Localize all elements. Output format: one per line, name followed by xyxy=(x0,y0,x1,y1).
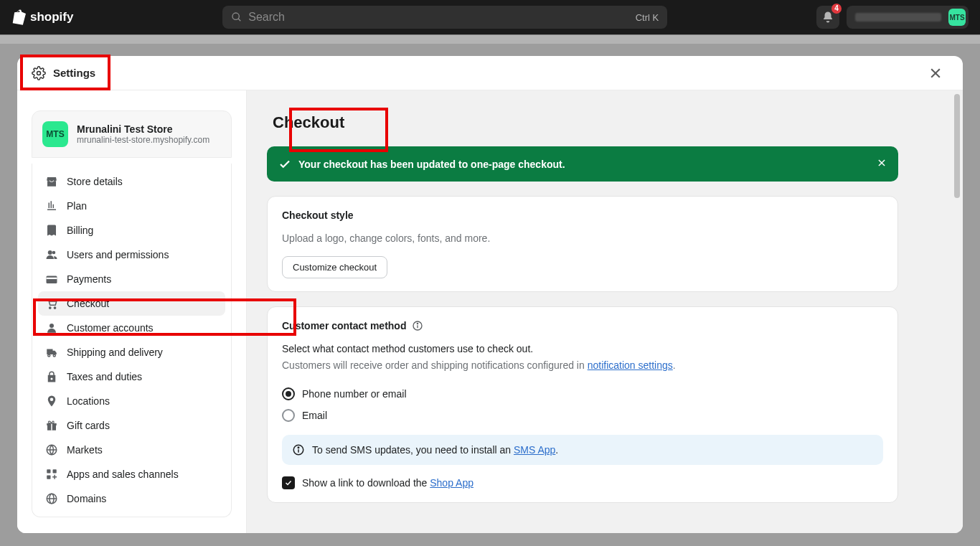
nav-label: Checkout xyxy=(67,298,109,309)
store-name: Mrunalini Test Store xyxy=(77,123,221,135)
success-banner: Your checkout has been updated to one-pa… xyxy=(267,146,898,182)
nav-label: Gift cards xyxy=(67,420,110,431)
scrollbar-thumb[interactable] xyxy=(954,94,960,198)
gift-icon xyxy=(45,419,58,432)
modal-header-left: Settings xyxy=(26,63,101,83)
shopify-logo[interactable]: shopify xyxy=(11,9,73,25)
brand-text: shopify xyxy=(30,10,73,24)
nav-domains[interactable]: Domains xyxy=(38,486,225,511)
nav-customer-accounts[interactable]: Customer accounts xyxy=(38,316,225,340)
radio-label: Phone number or email xyxy=(302,388,407,400)
store-avatar: MTS xyxy=(42,121,68,147)
svg-point-12 xyxy=(53,354,55,357)
notification-settings-link[interactable]: notification settings xyxy=(588,359,673,371)
domains-icon xyxy=(45,492,58,505)
sms-app-link[interactable]: SMS App xyxy=(514,444,555,456)
check-prefix: Show a link to download the xyxy=(302,477,430,489)
nav-users[interactable]: Users and permissions xyxy=(38,243,225,267)
nav-label: Billing xyxy=(67,225,93,236)
nav-label: Users and permissions xyxy=(67,249,169,260)
nav-label: Store details xyxy=(67,176,123,187)
search-wrap: Search Ctrl K xyxy=(85,6,805,29)
settings-content[interactable]: Checkout Your checkout has been updated … xyxy=(247,90,963,533)
notifications-button[interactable]: 4 xyxy=(816,6,839,29)
svg-point-29 xyxy=(298,447,299,448)
nav-billing[interactable]: Billing xyxy=(38,218,225,243)
modal-title: Settings xyxy=(53,67,95,79)
nav-markets[interactable]: Markets xyxy=(38,438,225,462)
svg-point-9 xyxy=(54,307,55,309)
settings-nav: Store details Plan Billing Users and per… xyxy=(32,164,232,517)
svg-point-5 xyxy=(48,250,52,255)
banner-text: Your checkout has been updated to one-pa… xyxy=(298,159,565,170)
svg-rect-6 xyxy=(47,276,57,284)
info-icon[interactable] xyxy=(412,320,423,331)
check-label: Show a link to download the Shop App xyxy=(302,477,473,489)
nav-payments[interactable]: Payments xyxy=(38,267,225,291)
store-card[interactable]: MTS Mrunalini Test Store mrunalini-test-… xyxy=(32,110,232,158)
nav-apps[interactable]: Apps and sales channels xyxy=(38,462,225,486)
store-switcher[interactable]: MTS xyxy=(847,6,969,29)
nav-plan[interactable]: Plan xyxy=(38,194,225,218)
nav-taxes[interactable]: Taxes and duties xyxy=(38,364,225,389)
notification-badge: 4 xyxy=(831,4,842,14)
contact-desc2: Customers will receive order and shippin… xyxy=(282,358,883,373)
checkout-style-card: Checkout style Upload a logo, change col… xyxy=(267,196,898,292)
nav-checkout[interactable]: Checkout xyxy=(38,291,225,316)
settings-sidebar: MTS Mrunalini Test Store mrunalini-test-… xyxy=(17,90,247,533)
banner-close-button[interactable] xyxy=(877,156,887,171)
shop-app-link[interactable]: Shop App xyxy=(430,477,473,489)
nav-locations[interactable]: Locations xyxy=(38,389,225,413)
globe-icon xyxy=(45,443,58,456)
card-heading: Customer contact method xyxy=(282,320,883,331)
card-heading: Checkout style xyxy=(282,210,883,221)
svg-point-0 xyxy=(232,13,239,19)
nav-label: Customer accounts xyxy=(67,322,154,334)
svg-line-1 xyxy=(238,19,240,21)
gear-icon xyxy=(32,66,46,80)
svg-rect-15 xyxy=(51,423,52,430)
card-heading-text: Customer contact method xyxy=(282,320,406,331)
store-url: mrunalini-test-store.myshopify.com xyxy=(77,135,221,145)
person-icon xyxy=(45,321,58,334)
topbar: shopify Search Ctrl K 4 MTS xyxy=(0,0,980,34)
check-icon xyxy=(278,158,291,171)
content-inner: Checkout Your checkout has been updated … xyxy=(267,113,898,503)
svg-point-26 xyxy=(418,323,418,324)
nav-store-details[interactable]: Store details xyxy=(38,169,225,194)
search-placeholder: Search xyxy=(248,11,285,24)
svg-rect-7 xyxy=(47,278,57,279)
sms-info-banner: To send SMS updates, you need to install… xyxy=(282,435,883,465)
nav-gift-cards[interactable]: Gift cards xyxy=(38,413,225,438)
shop-app-checkbox-row[interactable]: Show a link to download the Shop App xyxy=(282,476,883,489)
store-info: Mrunalini Test Store mrunalini-test-stor… xyxy=(77,123,221,145)
svg-point-11 xyxy=(48,354,50,357)
svg-point-8 xyxy=(50,307,51,309)
nav-label: Plan xyxy=(67,200,87,212)
svg-rect-18 xyxy=(53,469,57,473)
modal-body: MTS Mrunalini Test Store mrunalini-test-… xyxy=(17,90,963,533)
radio-phone-email[interactable]: Phone number or email xyxy=(282,383,883,405)
info-icon xyxy=(292,443,305,456)
nav-label: Locations xyxy=(67,395,110,407)
plan-icon xyxy=(45,199,58,212)
topbar-right: 4 MTS xyxy=(816,6,969,29)
close-button[interactable] xyxy=(925,63,946,83)
customize-checkout-button[interactable]: Customize checkout xyxy=(282,256,387,278)
close-icon xyxy=(877,158,887,168)
search-kbd: Ctrl K xyxy=(636,12,659,23)
users-icon xyxy=(45,248,58,261)
nav-label: Apps and sales channels xyxy=(67,469,179,480)
radio-icon xyxy=(282,387,295,400)
radio-email[interactable]: Email xyxy=(282,405,883,426)
close-icon xyxy=(928,66,943,80)
nav-label: Markets xyxy=(67,444,103,456)
background-strip xyxy=(0,34,980,44)
nav-shipping[interactable]: Shipping and delivery xyxy=(38,340,225,364)
search-input[interactable]: Search Ctrl K xyxy=(222,6,667,29)
svg-point-10 xyxy=(50,324,54,328)
radio-label: Email xyxy=(302,410,327,421)
truck-icon xyxy=(45,346,58,359)
page-title: Checkout xyxy=(267,113,898,132)
search-icon xyxy=(231,11,242,23)
